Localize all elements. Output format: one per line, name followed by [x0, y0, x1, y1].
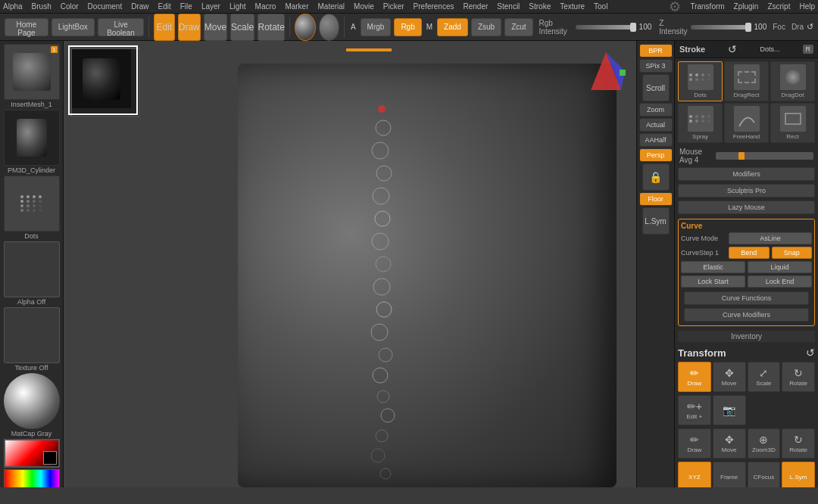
menu-stroke[interactable]: Stroke — [529, 2, 551, 11]
lock-end-button[interactable]: Lock End — [748, 275, 812, 288]
menu-render[interactable]: Render — [464, 2, 489, 11]
elastic-button[interactable]: Elastic — [681, 261, 745, 273]
color-gradient-item[interactable]: Gradient — [2, 439, 61, 487]
rgb-button[interactable]: Rgb — [394, 18, 421, 36]
transform-draw-button[interactable]: ✏ Draw — [678, 362, 711, 392]
lock-start-button[interactable]: Lock Start — [681, 275, 745, 288]
menu-brush[interactable]: Brush — [32, 2, 52, 11]
xyz-button[interactable]: XYZ — [678, 462, 711, 487]
menu-zplugin[interactable]: Zplugin — [734, 2, 759, 11]
menu-document[interactable]: Document — [88, 2, 123, 11]
menu-material[interactable]: Material — [318, 2, 345, 11]
transform-scale-button[interactable]: ⤢ Scale — [748, 362, 781, 392]
brush-rect[interactable]: Rect — [770, 103, 815, 143]
menu-stencil[interactable]: Stencil — [497, 2, 520, 11]
sphere-tool[interactable] — [295, 14, 316, 41]
menu-layer[interactable]: Layer — [201, 2, 220, 11]
matcap-item[interactable]: MatCap Gray — [2, 373, 61, 437]
bpr-button[interactable]: BPR — [639, 44, 673, 58]
rgb-intensity-slider[interactable] — [576, 25, 636, 30]
lock-icon[interactable]: 🔒 — [642, 163, 670, 191]
scroll-button[interactable]: Scroll — [642, 74, 670, 101]
zoom3d-button[interactable]: ⊕ Zoom3D — [748, 428, 781, 459]
menu-color[interactable]: Color — [61, 2, 79, 11]
menu-tool[interactable]: Tool — [594, 2, 607, 11]
zcut-button[interactable]: Zcut — [504, 18, 532, 36]
menu-help[interactable]: Help — [799, 2, 815, 11]
menu-draw[interactable]: Draw — [131, 2, 148, 11]
brush-dragdot[interactable]: DragDot — [770, 61, 815, 101]
menu-marker[interactable]: Marker — [285, 2, 308, 11]
draw2-button[interactable]: ✏ Draw — [678, 428, 711, 459]
foc-label: Foc — [773, 23, 785, 31]
half-sphere-tool[interactable] — [319, 14, 340, 41]
menu-picker[interactable]: Picker — [383, 2, 404, 11]
menu-edit[interactable]: Edit — [158, 2, 171, 11]
color-swatch[interactable] — [4, 439, 60, 468]
brush-freehand[interactable]: FreeHand — [724, 103, 769, 143]
menu-transform[interactable]: Transform — [690, 2, 724, 11]
bend-button[interactable]: Bend — [729, 247, 770, 259]
transform-rotate-button[interactable]: ↻ Rotate — [782, 362, 815, 392]
scale-button[interactable]: Scale — [230, 14, 254, 41]
stroke-reset-icon[interactable]: ↺ — [728, 43, 737, 55]
frame-button[interactable]: Frame — [713, 462, 746, 487]
edit-plus-button[interactable]: ✏+ Edit + — [678, 395, 711, 425]
floor-button[interactable]: Floor — [639, 192, 673, 206]
curve-mode-value[interactable]: AsLine — [729, 232, 812, 244]
rotate-button[interactable]: Rotate — [258, 14, 285, 41]
zsub-button[interactable]: Zsub — [471, 18, 501, 36]
snap-button[interactable]: Snap — [772, 247, 813, 259]
liquid-button[interactable]: Liquid — [748, 261, 812, 273]
move2-button[interactable]: ✥ Move — [713, 428, 746, 459]
actual-button[interactable]: Actual — [639, 118, 673, 132]
menu-preferences[interactable]: Preferences — [414, 2, 454, 11]
curve-functions-button[interactable]: Curve Functions — [684, 291, 809, 305]
r-button[interactable]: R — [803, 45, 814, 54]
z-intensity-slider[interactable] — [691, 25, 751, 30]
curve-modifiers-button[interactable]: Curve Modifiers — [684, 308, 809, 322]
edit-button[interactable]: Edit — [154, 14, 175, 41]
persp-button[interactable]: Persp — [639, 148, 673, 162]
brush-dragrect[interactable]: DragRect — [724, 61, 769, 101]
mrgb-button[interactable]: Mrgb — [361, 18, 392, 36]
home-page-button[interactable]: Home Page — [5, 18, 48, 36]
menu-zscript[interactable]: Zscript — [767, 2, 790, 11]
menu-texture[interactable]: Texture — [560, 2, 585, 11]
dots-brush-item[interactable]: Dots — [2, 176, 61, 240]
camera-button[interactable]: 📷 — [713, 395, 746, 425]
aahalf-button[interactable]: AAHalf — [639, 133, 673, 147]
move-button[interactable]: Move — [204, 14, 227, 41]
canvas-area[interactable]: BPR SPix 3 Scroll Zoom Actual AAHalf Per… — [64, 41, 674, 487]
alpha-item[interactable]: Alpha Off — [2, 241, 61, 306]
transform-reset-icon[interactable]: ↺ — [806, 347, 815, 359]
sym-icon[interactable]: L.Sym — [642, 207, 670, 235]
zoom-button[interactable]: Zoom — [639, 103, 673, 117]
rotate2-button[interactable]: ↻ Rotate — [782, 428, 815, 459]
mouse-avg-slider[interactable] — [716, 152, 813, 160]
insert-mesh-item[interactable]: 1 InsertMesh_1 — [2, 44, 61, 108]
texture-item[interactable]: Texture Off — [2, 307, 61, 372]
insert-mesh-preview: 1 — [4, 44, 60, 100]
cfocus-button[interactable]: CFocus — [748, 462, 781, 487]
menu-alpha[interactable]: Alpha — [3, 2, 23, 11]
live-boolean-button[interactable]: Live Boolean — [98, 18, 145, 36]
menu-macro[interactable]: Macro — [255, 2, 276, 11]
modifiers-button[interactable]: Modifiers — [678, 167, 815, 181]
spix-button[interactable]: SPix 3 — [639, 59, 673, 73]
lsym-button[interactable]: L.Sym — [782, 462, 815, 487]
transform-nav-grid: XYZ Frame CFocus L.Sym — [678, 462, 815, 487]
menu-movie[interactable]: Movie — [354, 2, 374, 11]
zadd-button[interactable]: Zadd — [437, 18, 468, 36]
draw-button[interactable]: Draw — [178, 14, 201, 41]
menu-file[interactable]: File — [180, 2, 192, 11]
pm3d-cylinder-item[interactable]: PM3D_Cylinder — [2, 110, 61, 174]
lightbox-button[interactable]: LightBox — [52, 18, 95, 36]
sculptris-pro-button[interactable]: Sculptris Pro — [678, 184, 815, 198]
brush-spray[interactable]: Spray — [678, 103, 723, 143]
brush-dots[interactable]: Dots — [678, 61, 723, 101]
lazy-mouse-button[interactable]: Lazy Mouse — [678, 201, 815, 214]
menu-light[interactable]: Light — [229, 2, 246, 11]
svg-point-13 — [377, 390, 389, 403]
transform-move-button[interactable]: ✥ Move — [713, 362, 746, 392]
